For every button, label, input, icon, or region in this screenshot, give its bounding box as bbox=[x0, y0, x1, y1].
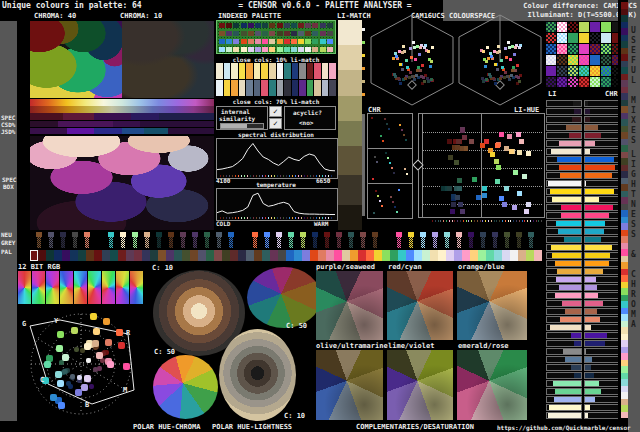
chr-bar bbox=[585, 221, 605, 226]
similarity-label: similarity bbox=[219, 115, 255, 122]
li-bar bbox=[560, 173, 581, 178]
polar-dot bbox=[92, 340, 99, 347]
chr-bar bbox=[585, 413, 588, 418]
cube-dot bbox=[490, 55, 493, 58]
chr-dot bbox=[381, 205, 383, 207]
temperature-curve bbox=[217, 193, 335, 214]
comp-label-1: red/cyan bbox=[388, 263, 422, 271]
cube-dots bbox=[368, 14, 546, 107]
pal-strip-swatch bbox=[422, 250, 430, 261]
chr-bar bbox=[585, 349, 586, 354]
chr-bar bbox=[585, 293, 598, 298]
close-col-swatch bbox=[292, 80, 299, 96]
spec-label: SPEC bbox=[1, 114, 15, 121]
chr-bar bbox=[585, 357, 592, 362]
tick bbox=[482, 220, 483, 222]
similarity-slider[interactable] bbox=[220, 123, 264, 129]
palette-swatch bbox=[312, 23, 318, 28]
spectrum-strip-a bbox=[30, 99, 214, 106]
li-hue-dot bbox=[457, 178, 462, 183]
mix-swatch bbox=[546, 55, 556, 65]
palette-swatch bbox=[248, 31, 254, 36]
cube-dot bbox=[423, 80, 426, 83]
chr-bar-box bbox=[584, 268, 620, 275]
tick bbox=[280, 175, 281, 177]
chr-bar bbox=[585, 405, 590, 410]
cube-dot bbox=[481, 77, 484, 80]
pal-strip-swatch bbox=[70, 250, 78, 261]
neutralizer-marker bbox=[204, 232, 210, 249]
li-bar-box bbox=[546, 356, 582, 363]
chr-bar-box bbox=[584, 340, 620, 347]
pal-strip-swatch bbox=[230, 250, 238, 261]
neutralizer-marker bbox=[312, 232, 318, 249]
pal-strip-swatch bbox=[166, 250, 174, 261]
neutralizer-marker bbox=[516, 232, 522, 249]
chr-bar-box bbox=[584, 188, 620, 195]
polar-dot bbox=[103, 318, 110, 325]
jsd-label: JSD% bbox=[1, 128, 15, 135]
polar-dot bbox=[55, 371, 62, 378]
li-hue-dot bbox=[495, 179, 500, 184]
chr-bar bbox=[585, 181, 586, 186]
polar-letter-c: C bbox=[40, 376, 44, 384]
chr-bar-box bbox=[584, 212, 620, 219]
chr-dot bbox=[386, 123, 388, 125]
tick bbox=[463, 220, 464, 222]
pal-strip-swatch bbox=[262, 250, 270, 261]
neutralizer-marker bbox=[480, 232, 486, 249]
useful-mixes-vlabel: USEFUL MIXES bbox=[629, 26, 638, 146]
chr-scrollbar[interactable] bbox=[362, 114, 365, 216]
cube-dot bbox=[429, 65, 432, 68]
pal-strip-swatch bbox=[54, 250, 62, 261]
li-hue-dot bbox=[509, 149, 514, 154]
pal-strip bbox=[30, 250, 542, 261]
chr-dot bbox=[379, 200, 381, 202]
neutralizer-stem bbox=[325, 237, 329, 248]
mix-swatch bbox=[568, 44, 578, 54]
li-hue-dot bbox=[460, 128, 465, 133]
neutralizer-stem bbox=[433, 237, 437, 248]
pal-strip-swatch bbox=[350, 250, 358, 261]
li-match-label: LI-MATCH bbox=[337, 12, 371, 20]
neutralizer-stem bbox=[145, 237, 149, 248]
indexed-palette-label: INDEXED PALETTE bbox=[218, 12, 281, 20]
li-bar bbox=[548, 413, 581, 418]
neutralizer-stem bbox=[529, 237, 533, 248]
tick bbox=[541, 220, 542, 222]
comp-label-0: purple/seaweed bbox=[316, 263, 375, 271]
close-col-swatch bbox=[261, 80, 268, 96]
close-col-swatch bbox=[231, 80, 238, 96]
chr-dot bbox=[399, 124, 401, 126]
li-hue-dot bbox=[526, 151, 531, 156]
palette-swatch bbox=[305, 39, 311, 44]
li-bar bbox=[554, 397, 581, 402]
tick bbox=[307, 175, 308, 177]
chr-bar bbox=[585, 333, 607, 338]
tick bbox=[292, 175, 293, 177]
polar-letter-b: B bbox=[85, 401, 89, 409]
close-col-swatch bbox=[329, 63, 336, 79]
neutralizer-stem bbox=[217, 237, 221, 248]
acyclic-value[interactable]: <no> bbox=[299, 119, 313, 126]
tick bbox=[295, 175, 296, 177]
close-col-swatch bbox=[216, 63, 223, 79]
neutralizer-marker bbox=[348, 232, 354, 249]
similarity-checkbox[interactable]: ✓ bbox=[269, 106, 282, 117]
neutralizer-marker bbox=[432, 232, 438, 249]
palette-column-swatch bbox=[621, 412, 628, 419]
mix-swatch bbox=[557, 44, 567, 54]
cube-dot bbox=[505, 56, 508, 59]
tick bbox=[283, 217, 284, 219]
polar-dot bbox=[93, 328, 100, 335]
tick bbox=[271, 175, 272, 177]
neutralizer-stem bbox=[457, 237, 461, 248]
palette-swatch bbox=[277, 39, 283, 44]
mix-swatch bbox=[579, 33, 589, 43]
neutralizer-marker bbox=[444, 232, 450, 249]
chr-bar-box bbox=[584, 140, 620, 147]
li-bar bbox=[563, 349, 581, 354]
github-url-link[interactable]: https://github.com/Quickmarble/censor bbox=[497, 424, 631, 431]
li-bar-box bbox=[546, 204, 582, 211]
acyclic-checkbox[interactable]: ✓ bbox=[269, 118, 282, 129]
